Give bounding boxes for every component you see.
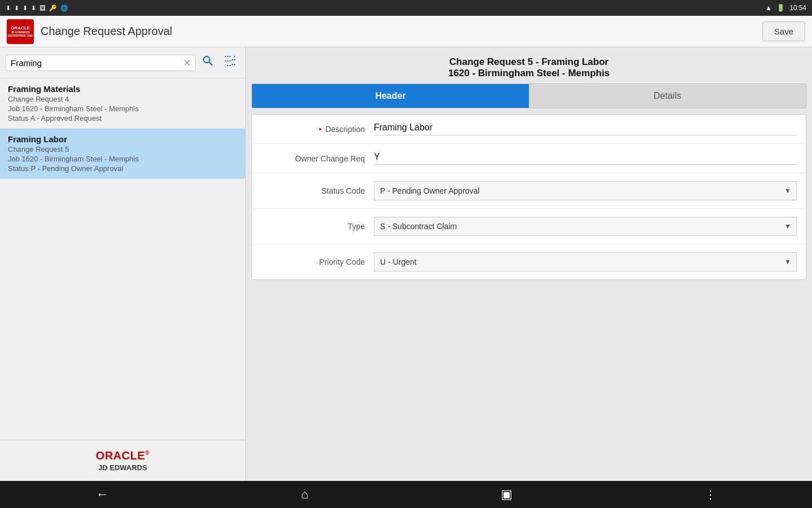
icon-image: 🖼 [39,5,46,11]
search-input-wrap: ✕ [6,55,196,71]
list-item-title: Framing Materials [8,84,237,94]
list-item-active-sub2: Job 1620 - Birmingham Steel - Memphis [8,155,237,163]
status-icons: ⬇ ⬇ ⬇ ⬇ 🖼 🔑 🌐 [6,5,68,12]
tab-header[interactable]: Header [252,84,529,108]
type-select[interactable]: S - Subcontract Claim O - Owner Change I… [374,217,797,236]
app-logo: ORACLE JD EDWARDSENTERPRISE ONE [7,19,34,44]
search-bar: ✕ [0,47,245,78]
select-wrap-priority: U - Urgent N - Normal L - Low ▼ [374,252,797,271]
icon-download3: ⬇ [23,5,28,12]
time-display: 10:54 [789,4,806,12]
form-row-description: • Description Framing Labor [252,115,806,144]
priority-select[interactable]: U - Urgent N - Normal L - Low [374,252,797,271]
battery-icon: 🔋 [776,4,785,12]
list-item-active-sub3: Status P - Pending Owner Approval [8,164,237,173]
select-wrap-type: S - Subcontract Claim O - Owner Change I… [374,217,797,236]
icon-download4: ⬇ [31,5,36,12]
nav-bar: ← ⌂ ▣ ⋮ [0,481,812,508]
list-container: Framing Materials Change Request 4 Job 1… [0,78,245,440]
required-indicator: • [319,125,321,134]
list-item-active-sub1: Change Request 5 [8,145,237,154]
list-item-sub2: Job 1620 - Birmingham Steel - Memphis [8,104,237,113]
form-value-owner[interactable]: Y [374,152,797,165]
main-layout: ✕ Framing Materials Change Request 4 Job… [0,47,812,481]
content-area: Change Request 5 - Framing Labor 1620 - … [246,47,812,481]
form-label-type: Type [261,222,374,231]
search-button[interactable] [199,52,217,73]
oracle-logo: ORACLE® [9,449,236,462]
search-input[interactable] [11,58,183,68]
tab-bar: Header Details [251,84,806,108]
app-title: Change Request Approval [41,25,756,38]
sidebar: ✕ Framing Materials Change Request 4 Job… [0,47,246,481]
home-button[interactable]: ⌂ [301,487,308,502]
content-title-line2: 1620 - Birmingham Steel - Memphis [246,68,812,79]
status-code-select[interactable]: P - Pending Owner Approval A - Approved … [374,181,797,200]
save-button[interactable]: Save [762,21,805,41]
form-label-status: Status Code [261,186,374,195]
icon-download2: ⬇ [14,5,19,12]
tab-details[interactable]: Details [529,84,806,108]
more-button[interactable]: ⋮ [705,488,716,501]
form-label-priority: Priority Code [261,257,374,266]
recent-button[interactable]: ▣ [501,487,513,502]
form-label-description: • Description [261,125,374,134]
filter-button[interactable] [220,52,240,73]
icon-key: 🔑 [49,5,57,12]
status-bar: ⬇ ⬇ ⬇ ⬇ 🖼 🔑 🌐 ▲ 🔋 10:54 [0,0,812,16]
back-button[interactable]: ← [96,487,108,502]
list-item-active[interactable]: Framing Labor Change Request 5 Job 1620 … [0,129,245,179]
select-wrap-status: P - Pending Owner Approval A - Approved … [374,181,797,200]
form-value-description[interactable]: Framing Labor [374,122,797,135]
form-row-priority: Priority Code U - Urgent N - Normal L - … [252,244,806,279]
jde-label: JD EDWARDS [9,463,236,472]
list-item-active-title: Framing Labor [8,134,237,144]
status-right: ▲ 🔋 10:54 [765,4,806,12]
list-item-sub3: Status A - Approved Request [8,114,237,122]
form-area: • Description Framing Labor Owner Change… [251,114,806,280]
app-bar: ORACLE JD EDWARDSENTERPRISE ONE Change R… [0,16,812,47]
content-title-line1: Change Request 5 - Framing Labor [246,56,812,68]
oracle-text: ORACLE® [96,449,149,462]
icon-download1: ⬇ [6,5,11,12]
content-title: Change Request 5 - Framing Labor 1620 - … [246,47,812,84]
clear-icon[interactable]: ✕ [183,58,191,68]
form-row-type: Type S - Subcontract Claim O - Owner Cha… [252,209,806,244]
wifi-icon: ▲ [765,4,772,12]
sidebar-footer: ORACLE® JD EDWARDS [0,440,245,481]
form-row-owner: Owner Change Req Y [252,144,806,173]
list-item-sub1: Change Request 4 [8,95,237,103]
list-item[interactable]: Framing Materials Change Request 4 Job 1… [0,78,245,129]
form-label-owner: Owner Change Req [261,154,374,163]
icon-globe: 🌐 [60,5,68,12]
form-row-status: Status Code P - Pending Owner Approval A… [252,173,806,209]
